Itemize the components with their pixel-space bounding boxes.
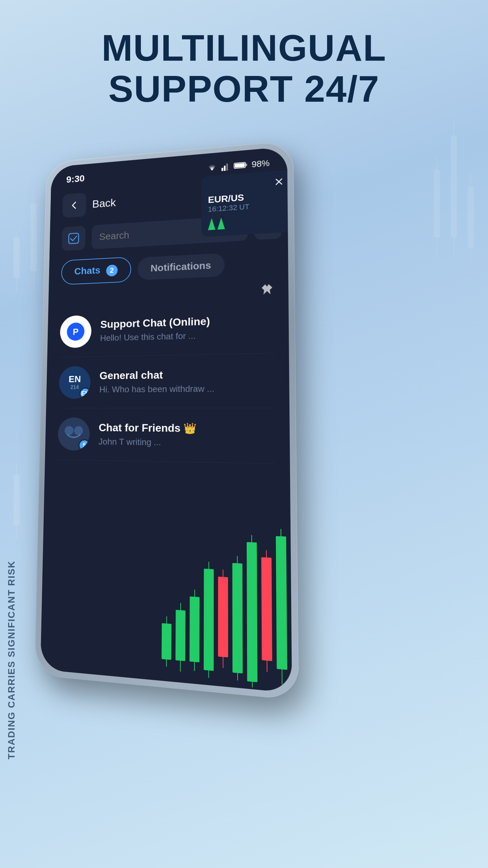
svg-rect-57 <box>237 673 238 680</box>
svg-rect-12 <box>434 170 440 237</box>
svg-rect-50 <box>208 562 209 569</box>
svg-rect-40 <box>162 623 171 660</box>
chat-preview-friends: John T writing ... <box>98 436 275 449</box>
svg-rect-16 <box>453 122 454 136</box>
svg-marker-39 <box>218 217 225 230</box>
svg-rect-14 <box>436 237 437 254</box>
svg-rect-62 <box>266 550 267 558</box>
back-label: Back <box>92 196 116 210</box>
phone-screen: 9:30 <box>40 146 292 693</box>
battery-icon <box>234 161 248 170</box>
chat-name-general: General chat <box>99 367 274 382</box>
svg-rect-59 <box>251 535 252 542</box>
pin-icon <box>260 282 274 296</box>
avatar-friends: 5 <box>58 417 90 451</box>
tab-notifications-label: Notifications <box>150 260 211 274</box>
svg-rect-21 <box>222 168 223 171</box>
avatar-en-count: 214 <box>70 384 79 391</box>
avatar-en-label: EN <box>68 375 81 384</box>
chat-item-general[interactable]: EN 214 EN General chat Hi. Who has been … <box>59 353 275 408</box>
svg-rect-53 <box>223 570 223 577</box>
avatar-support: P <box>60 315 92 348</box>
phone-mockup: 9:30 <box>34 142 339 787</box>
svg-rect-11 <box>16 526 17 539</box>
signal-icon <box>222 162 230 171</box>
close-panel-button[interactable] <box>208 177 284 192</box>
svg-rect-44 <box>180 603 181 610</box>
crown-icon: 👑 <box>184 422 197 434</box>
side-disclaimer: TRADING CARRIES SIGNIFICANT RISK <box>6 560 17 760</box>
chat-preview-support: Hello! Use this chat for ... <box>100 329 274 343</box>
back-button[interactable] <box>62 193 86 218</box>
avatar-general: EN 214 EN <box>59 366 91 399</box>
svg-rect-42 <box>166 659 167 667</box>
chat-item-support[interactable]: P Support Chat (Online) Hello! Use this … <box>60 299 274 357</box>
status-icons: 98% <box>207 158 270 173</box>
svg-rect-52 <box>218 577 228 657</box>
svg-rect-9 <box>14 475 20 526</box>
svg-text:P: P <box>73 327 79 337</box>
svg-rect-1 <box>16 231 17 241</box>
svg-rect-18 <box>468 186 474 248</box>
svg-rect-45 <box>180 660 181 671</box>
svg-rect-2 <box>16 278 17 292</box>
chat-info-friends: Chat for Friends 👑 John T writing ... <box>98 421 275 449</box>
title-line1: MULTILINGUAL <box>102 27 387 68</box>
svg-rect-61 <box>261 557 272 661</box>
svg-rect-55 <box>232 563 243 673</box>
svg-rect-19 <box>470 173 471 186</box>
svg-rect-51 <box>208 670 209 678</box>
title-line2: SUPPORT 24/7 <box>108 68 380 110</box>
battery-percentage: 98% <box>251 158 270 169</box>
eur-arrows <box>208 213 284 230</box>
svg-rect-63 <box>267 660 267 672</box>
svg-rect-58 <box>247 542 258 682</box>
chat-name-friends: Chat for Friends 👑 <box>99 421 275 435</box>
chat-name-support: Support Chat (Online) <box>100 313 274 331</box>
svg-rect-13 <box>436 156 437 170</box>
svg-rect-48 <box>194 662 195 671</box>
svg-rect-22 <box>224 165 226 171</box>
svg-rect-64 <box>276 536 287 670</box>
chat-list: P Support Chat (Online) Hello! Use this … <box>45 299 290 464</box>
chat-preview-general: Hi. Who has been withdraw ... <box>99 383 275 395</box>
svg-rect-56 <box>237 556 238 563</box>
arrow-up-2-icon <box>218 217 225 230</box>
friends-badge: 5 <box>83 442 86 449</box>
svg-rect-43 <box>176 610 186 661</box>
wifi-icon <box>207 163 218 172</box>
svg-rect-26 <box>246 163 247 166</box>
arrow-up-1-icon <box>208 218 216 230</box>
svg-rect-20 <box>470 248 471 264</box>
svg-rect-60 <box>252 682 252 688</box>
tab-notifications[interactable]: Notifications <box>137 253 225 280</box>
svg-rect-27 <box>69 233 79 243</box>
svg-rect-25 <box>235 163 245 168</box>
svg-rect-15 <box>451 136 457 237</box>
general-badge: EN <box>81 390 89 397</box>
svg-rect-41 <box>166 616 167 624</box>
svg-rect-66 <box>282 669 283 685</box>
chat-info-general: General chat Hi. Who has been withdraw .… <box>99 367 275 395</box>
svg-rect-46 <box>189 596 200 662</box>
chart-area <box>155 503 292 693</box>
tab-chats-badge: 2 <box>106 264 118 277</box>
eur-panel: EUR/US 16:12:32 UT <box>201 170 291 237</box>
tab-chats[interactable]: Chats 2 <box>61 257 131 285</box>
page-title: MULTILINGUAL SUPPORT 24/7 <box>0 27 488 109</box>
svg-rect-17 <box>453 237 454 258</box>
status-time: 9:30 <box>66 173 85 185</box>
svg-rect-10 <box>16 465 17 475</box>
check-button[interactable] <box>62 226 85 251</box>
svg-marker-38 <box>208 218 216 230</box>
svg-rect-0 <box>14 237 20 278</box>
svg-rect-23 <box>226 163 228 171</box>
chat-item-friends[interactable]: 5 Chat for Friends 👑 John T writing ... <box>58 408 276 464</box>
svg-rect-54 <box>223 657 223 668</box>
chat-info-support: Support Chat (Online) Hello! Use this ch… <box>100 313 274 343</box>
svg-rect-65 <box>281 529 281 536</box>
svg-rect-47 <box>194 590 195 597</box>
svg-rect-49 <box>204 569 214 671</box>
tab-chats-label: Chats <box>74 265 100 277</box>
